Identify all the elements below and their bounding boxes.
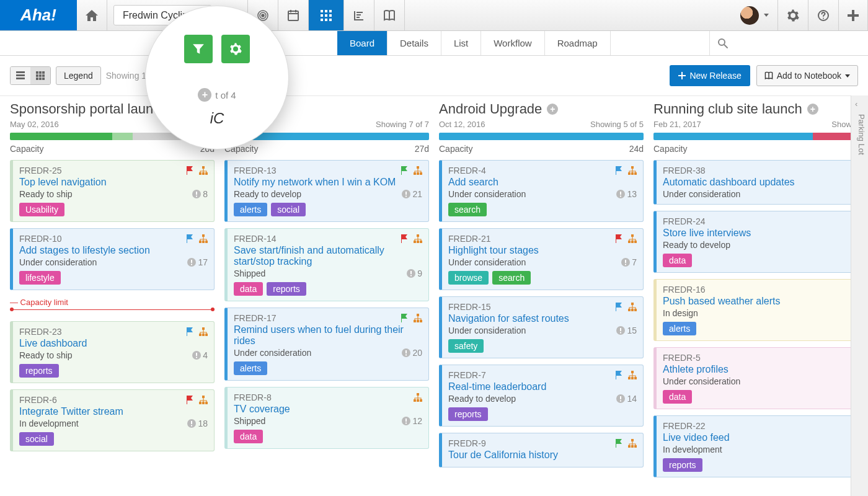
feature-card[interactable]: FREDR-17 Remind users when to fuel durin… [224, 308, 429, 381]
feature-card[interactable]: FREDR-8 TV coverage Shipped 12 data [224, 387, 429, 449]
tag[interactable]: reports [19, 364, 59, 378]
hierarchy-icon[interactable] [414, 166, 422, 175]
feature-card[interactable]: FREDR-13 Notify my network when I win a … [224, 160, 429, 222]
tag[interactable]: reports [267, 282, 306, 296]
tag[interactable]: browse [448, 271, 489, 285]
card-title[interactable]: Live dashboard [19, 338, 208, 349]
tag[interactable]: search [448, 203, 487, 216]
card-title[interactable]: Top level navigation [19, 177, 208, 188]
card-title[interactable]: Tour de California history [448, 450, 637, 461]
tab-roadmap[interactable]: Roadmap [545, 31, 611, 55]
tab-workflow[interactable]: Workflow [481, 31, 544, 55]
help-icon[interactable] [808, 0, 839, 30]
flag-icon[interactable] [400, 234, 409, 243]
hierarchy-icon[interactable] [199, 327, 208, 336]
tag[interactable]: search [492, 271, 531, 285]
feature-card[interactable]: FREDR-25 Top level navigation Ready to s… [10, 160, 215, 222]
feature-card[interactable]: FREDR-10 Add stages to lifestyle section… [10, 228, 215, 290]
tab-board[interactable]: Board [337, 31, 388, 55]
add-icon[interactable] [839, 0, 868, 30]
flag-icon[interactable] [614, 439, 623, 448]
calendar-icon[interactable] [278, 0, 309, 30]
gantt-icon[interactable] [344, 0, 374, 30]
feature-card[interactable]: FREDR-5 Athlete profiles Under considera… [653, 347, 858, 409]
hierarchy-icon[interactable] [414, 393, 422, 402]
flag-icon[interactable] [614, 303, 623, 311]
settings-icon[interactable] [778, 0, 808, 30]
single-column-toggle[interactable] [11, 67, 30, 84]
hierarchy-icon[interactable] [199, 166, 208, 175]
feature-card[interactable]: FREDR-14 Save start/finish and automatic… [224, 228, 429, 301]
tag[interactable]: reports [448, 407, 488, 421]
tag[interactable]: alerts [663, 322, 696, 335]
hierarchy-icon[interactable] [628, 371, 637, 379]
flag-icon[interactable] [185, 327, 194, 336]
tag[interactable]: alerts [234, 361, 267, 375]
release-title[interactable]: Running club site launch [653, 101, 802, 117]
feature-card[interactable]: FREDR-9 Tour de California history [439, 433, 644, 467]
feature-card[interactable]: FREDR-16 Push based weather alerts In de… [653, 279, 858, 341]
card-title[interactable]: Navigation for safest routes [448, 313, 637, 324]
feature-card[interactable]: FREDR-38 Automatic dashboard updates Und… [653, 160, 858, 205]
card-title[interactable]: Highlight tour stages [448, 245, 637, 256]
new-release-button[interactable]: New Release [670, 65, 750, 86]
tag[interactable]: data [663, 254, 692, 267]
brand-logo[interactable]: Aha! [0, 0, 77, 30]
release-title[interactable]: Android Upgrade [439, 101, 542, 117]
flag-icon[interactable] [185, 166, 194, 175]
card-title[interactable]: Integrate Twitter stream [19, 406, 208, 417]
tag[interactable]: social [19, 432, 54, 446]
flag-icon[interactable] [614, 371, 623, 379]
search-area[interactable] [709, 31, 868, 55]
hierarchy-icon[interactable] [628, 439, 637, 448]
card-title[interactable]: Add search [448, 177, 637, 188]
hierarchy-icon[interactable] [199, 234, 208, 243]
tag[interactable]: data [234, 282, 263, 296]
flag-icon[interactable] [614, 166, 623, 175]
home-icon[interactable] [77, 0, 107, 30]
card-title[interactable]: Notify my network when I win a KOM [234, 177, 422, 188]
card-title[interactable]: Remind users when to fuel during their r… [234, 324, 422, 347]
release-title[interactable]: Sponsorship portal launch [10, 101, 167, 117]
notebook-icon[interactable] [374, 0, 405, 30]
hierarchy-icon[interactable] [199, 396, 208, 404]
grid-toggle[interactable] [30, 67, 50, 84]
tag[interactable]: data [663, 390, 692, 404]
feature-card[interactable]: FREDR-15 Navigation for safest routes Un… [439, 296, 644, 358]
hierarchy-icon[interactable] [414, 234, 422, 243]
tag[interactable]: Usability [19, 203, 64, 216]
tab-details[interactable]: Details [388, 31, 441, 55]
board-nav-icon[interactable] [309, 0, 344, 30]
add-feature-icon[interactable]: + [547, 104, 558, 115]
tag[interactable]: safety [448, 339, 484, 353]
board-settings-button-zoomed[interactable] [221, 35, 250, 63]
hierarchy-icon[interactable] [414, 314, 422, 322]
card-title[interactable]: TV coverage [234, 404, 422, 415]
card-title[interactable]: Push based weather alerts [663, 296, 851, 307]
tab-list[interactable]: List [441, 31, 481, 55]
flag-icon[interactable] [185, 234, 194, 243]
add-feature-icon[interactable]: + [807, 104, 818, 115]
flag-icon[interactable] [185, 396, 194, 404]
card-title[interactable]: Real-time leaderboard [448, 381, 637, 392]
parking-lot-toggle[interactable]: ‹ Parking Lot [851, 95, 868, 496]
feature-card[interactable]: FREDR-6 Integrate Twitter stream In deve… [10, 389, 215, 451]
hierarchy-icon[interactable] [628, 166, 637, 175]
feature-card[interactable]: FREDR-4 Add search Under consideration 1… [439, 160, 644, 222]
tag[interactable]: data [234, 430, 263, 443]
feature-card[interactable]: FREDR-7 Real-time leaderboard Ready to d… [439, 365, 644, 427]
user-menu[interactable] [732, 0, 778, 30]
feature-card[interactable]: FREDR-24 Store live interviews Ready to … [653, 211, 858, 273]
card-title[interactable]: Save start/finish and automatically star… [234, 245, 422, 267]
flag-icon[interactable] [614, 234, 623, 243]
legend-button[interactable]: Legend [56, 66, 101, 85]
card-title[interactable]: Automatic dashboard updates [663, 177, 851, 188]
add-to-notebook-button[interactable]: Add to Notebook [756, 65, 858, 86]
flag-icon[interactable] [400, 314, 409, 322]
hierarchy-icon[interactable] [628, 303, 637, 311]
tag[interactable]: reports [663, 458, 702, 472]
feature-card[interactable]: FREDR-21 Highlight tour stages Under con… [439, 228, 644, 290]
tag[interactable]: alerts [234, 203, 267, 216]
card-title[interactable]: Live video feed [663, 432, 851, 443]
card-title[interactable]: Store live interviews [663, 228, 851, 239]
